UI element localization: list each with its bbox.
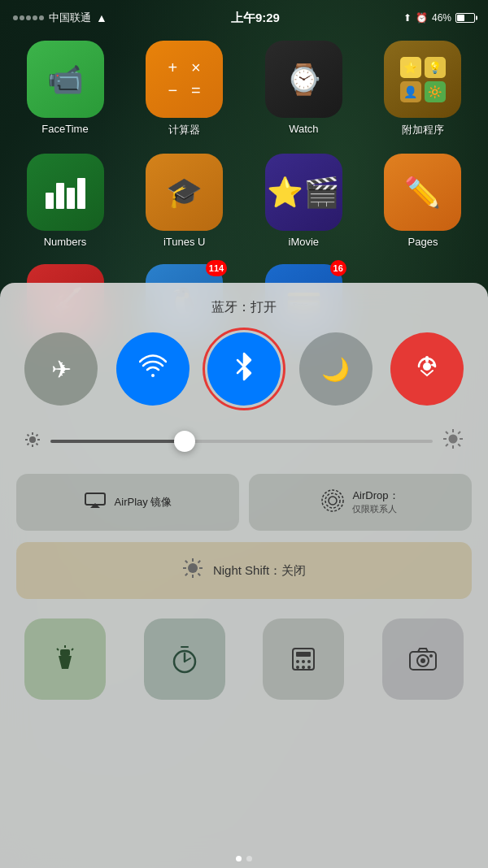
watch-icon: ⌚: [265, 41, 342, 118]
svg-line-30: [198, 574, 200, 576]
nightshift-icon: [182, 558, 203, 584]
svg-line-32: [198, 561, 200, 563]
app-calculator: +× −= 计算器: [136, 41, 233, 137]
airdrop-icon: [321, 489, 344, 516]
svg-point-44: [296, 660, 299, 663]
rotation-icon: [415, 354, 439, 384]
airdrop-text: AirDrop： 仅限联系人: [352, 488, 399, 516]
svg-point-53: [429, 654, 433, 658]
wifi-status-icon: ▲: [96, 11, 107, 24]
svg-line-9: [28, 443, 29, 445]
svg-line-7: [28, 434, 29, 436]
svg-line-16: [446, 432, 448, 434]
numbers-label: Numbers: [44, 236, 87, 248]
flashlight-button[interactable]: [24, 618, 106, 700]
svg-rect-20: [85, 493, 105, 505]
camera-button[interactable]: [382, 618, 464, 700]
svg-line-19: [458, 432, 460, 434]
app-pages: ✏️ Pages: [374, 154, 472, 248]
svg-point-49: [307, 666, 311, 669]
bottom-apps: [16, 618, 472, 700]
status-time: 上午9:29: [231, 11, 280, 26]
control-center[interactable]: 蓝牙：打开 ✈: [0, 283, 488, 868]
rotation-lock-button[interactable]: [390, 332, 464, 406]
status-left: 中国联通 ▲: [13, 11, 107, 25]
wifi-button[interactable]: [116, 332, 190, 406]
svg-point-2: [29, 436, 36, 443]
facetime-label: FaceTime: [41, 123, 88, 135]
page-indicator: [0, 856, 488, 861]
app-row-1: 📹 FaceTime +× −= 计算器 ⌚ Watch ⭐ 💡 👤: [16, 41, 472, 137]
svg-point-24: [188, 563, 198, 573]
bluetooth-button[interactable]: [207, 332, 281, 406]
svg-point-11: [449, 435, 458, 444]
airdrop-button[interactable]: AirDrop： 仅限联系人: [249, 474, 472, 531]
svg-line-8: [37, 443, 38, 445]
svg-point-0: [423, 362, 431, 371]
moon-icon: 🌙: [321, 356, 350, 383]
svg-point-45: [302, 660, 305, 663]
alarm-icon: ⏰: [416, 12, 428, 24]
svg-rect-1: [425, 356, 429, 362]
nightshift-button[interactable]: Night Shift：关闭: [16, 542, 472, 599]
page-dot-1: [236, 856, 242, 861]
svg-point-52: [420, 658, 425, 663]
airdrop-label: AirDrop：: [352, 489, 399, 501]
svg-line-10: [37, 434, 38, 436]
location-icon: ⬆: [403, 12, 412, 24]
app-itunesu: 🎓 iTunes U: [136, 154, 233, 248]
timer-button[interactable]: [144, 618, 225, 700]
app-watch: ⌚ Watch: [255, 41, 352, 137]
svg-line-18: [446, 444, 448, 446]
brightness-slider[interactable]: [50, 440, 433, 443]
pages-label: Pages: [408, 236, 438, 248]
page-dot-2: [246, 856, 252, 861]
calculator-label: 计算器: [168, 123, 200, 137]
imovie-icon: ⭐🎬: [265, 154, 342, 231]
svg-rect-33: [60, 649, 70, 656]
brightness-low-icon: [24, 432, 41, 452]
svg-line-37: [57, 649, 59, 650]
battery-percent: 46%: [432, 12, 451, 24]
calculator-shortcut-button[interactable]: [263, 618, 344, 700]
airplay-button[interactable]: AirPlay 镜像: [16, 474, 239, 531]
app-row-2: Numbers 🎓 iTunes U ⭐🎬 iMovie ✏️ Pages: [16, 154, 472, 248]
svg-line-17: [458, 444, 460, 446]
imovie-label: iMovie: [289, 236, 320, 248]
airplane-icon: ✈: [51, 355, 72, 384]
svg-point-22: [325, 493, 340, 508]
pages-icon: ✏️: [384, 154, 461, 231]
facetime-icon: 📹: [27, 41, 104, 118]
svg-marker-34: [59, 656, 72, 669]
battery-fill: [457, 15, 464, 21]
alipay-badge: 16: [330, 260, 346, 276]
signal-strength: [13, 15, 44, 20]
extras-label: 附加程序: [402, 123, 444, 137]
app-numbers: Numbers: [16, 154, 114, 248]
status-bar: 中国联通 ▲ 上午9:29 ⬆ ⏰ 46%: [0, 0, 488, 36]
carrier-label: 中国联通: [49, 11, 91, 25]
app-facetime: 📹 FaceTime: [16, 41, 114, 137]
airplane-mode-button[interactable]: ✈: [24, 332, 98, 406]
app-imovie: ⭐🎬 iMovie: [255, 154, 352, 248]
numbers-icon: [27, 154, 104, 231]
brightness-row: [16, 428, 472, 454]
do-not-disturb-button[interactable]: 🌙: [299, 332, 373, 406]
extras-icon: ⭐ 💡 👤 🔆: [384, 41, 461, 118]
svg-line-36: [72, 649, 73, 650]
toggle-row: ✈ 🌙: [16, 332, 472, 406]
svg-line-29: [185, 561, 188, 563]
airplay-label: AirPlay 镜像: [115, 495, 172, 510]
status-right: ⬆ ⏰ 46%: [403, 12, 475, 24]
itunesu-label: iTunes U: [163, 236, 206, 248]
app-extras: ⭐ 💡 👤 🔆 附加程序: [374, 41, 472, 137]
bluetooth-label: 蓝牙：打开: [16, 299, 472, 316]
airdrop-sublabel: 仅限联系人: [352, 503, 399, 515]
media-row: AirPlay 镜像 AirDrop： 仅限联系人: [16, 474, 472, 531]
svg-line-31: [185, 574, 188, 576]
svg-point-47: [296, 666, 299, 669]
brightness-thumb[interactable]: [174, 431, 195, 452]
watch-label: Watch: [289, 123, 318, 135]
bluetooth-icon: [234, 352, 254, 387]
svg-point-46: [307, 660, 311, 663]
